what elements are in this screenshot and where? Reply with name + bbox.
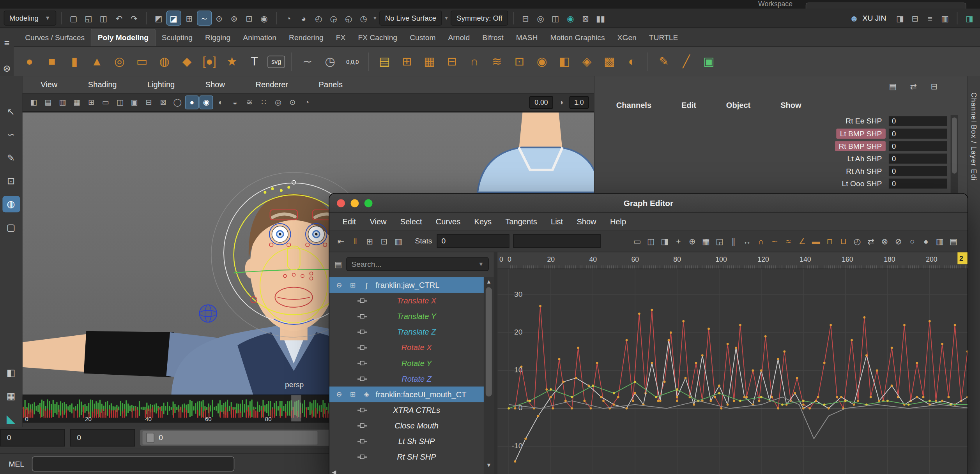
filter-icon[interactable]: ▤	[334, 259, 342, 269]
channel-menu-object[interactable]: Object	[719, 101, 757, 110]
reduce-icon[interactable]: ⊟	[442, 52, 461, 71]
exposure-field[interactable]: 0.00	[529, 96, 553, 109]
outliner-attribute-row[interactable]: XTRA CTRLs	[329, 402, 484, 418]
command-line-input[interactable]	[32, 456, 234, 471]
channel-name[interactable]: Lt Ooo SHP	[838, 179, 886, 189]
free-tangent-weight-icon[interactable]: ○	[906, 234, 919, 248]
shelf-tab-poly-modeling[interactable]: Poly Modeling	[91, 29, 156, 46]
scroll-up-icon[interactable]: ▲	[484, 278, 494, 285]
curve-canvas[interactable]: 3020100-10	[497, 268, 968, 474]
two-sided-lighting-icon[interactable]: ▦	[71, 96, 83, 109]
svg-tool-icon[interactable]: svg	[267, 55, 285, 68]
expand-icon[interactable]: ⊞	[348, 281, 357, 289]
menu-icon[interactable]: ≡	[0, 34, 16, 51]
multi-cut-icon[interactable]: ▩	[600, 52, 619, 71]
save-scene-icon[interactable]: ◫	[97, 11, 110, 25]
collapse-icon[interactable]: ⊖	[334, 390, 344, 398]
shelf-tab-fx-caching[interactable]: FX Caching	[352, 29, 403, 46]
four-pane-icon[interactable]: ▦	[2, 388, 20, 404]
channel-menu-show[interactable]: Show	[774, 101, 808, 110]
stats-value-field[interactable]	[513, 234, 601, 248]
command-line-mode[interactable]: MEL	[9, 460, 24, 468]
spline-tangent-icon[interactable]: ∼	[768, 234, 781, 248]
crease-tool-icon[interactable]: ╱	[677, 52, 695, 71]
shaded-icon[interactable]: ●	[186, 96, 198, 109]
soft-select-icon[interactable]: ◵	[341, 11, 355, 25]
sculpt-tool-icon[interactable]: ◍	[2, 196, 20, 212]
auto-tangent-icon[interactable]: ∩	[754, 234, 768, 248]
bridge-icon[interactable]: ◉	[532, 52, 551, 71]
channel-menu-edit[interactable]: Edit	[674, 101, 703, 110]
lights-icon[interactable]: ◐	[214, 96, 227, 109]
poly-torus-icon[interactable]: ◎	[110, 52, 129, 71]
step-tangent-icon[interactable]: ⊓	[823, 234, 837, 248]
retime-tool-icon[interactable]: ∥	[727, 234, 740, 248]
user-account[interactable]: ☻ XU JIN	[849, 13, 886, 23]
settings-gear-icon[interactable]: ⊛	[0, 61, 16, 77]
render-current-frame-icon[interactable]: ◎	[534, 11, 547, 25]
grid-toggle-icon[interactable]: ⊞	[85, 96, 97, 109]
viewport-menu-shading[interactable]: Shading	[81, 80, 124, 89]
outliner-attribute-row[interactable]: Rotate X	[329, 340, 484, 355]
shelf-tab-motion-graphics[interactable]: Motion Graphics	[544, 29, 611, 46]
combine-icon[interactable]: ▤	[375, 52, 394, 71]
viewport-menu-renderer[interactable]: Renderer	[249, 80, 295, 89]
wireframe-icon[interactable]: ◯	[171, 96, 184, 109]
zero-transforms-icon[interactable]: 0,0,0	[343, 52, 362, 71]
shelf-tab-turtle[interactable]: TURTLE	[643, 29, 685, 46]
outliner-attribute-row[interactable]: Translate X	[329, 293, 484, 308]
isolate-select-icon[interactable]: ⊙	[286, 96, 299, 109]
undo-icon[interactable]: ↶	[112, 11, 126, 25]
normalized-view-icon[interactable]: ◨	[658, 234, 671, 248]
viewport-menu-panels[interactable]: Panels	[312, 80, 350, 89]
channel-name[interactable]: Rt Ah SHP	[842, 166, 886, 176]
channel-value-field[interactable]: 0	[889, 153, 947, 164]
film-gate-icon[interactable]: ▭	[99, 96, 112, 109]
playback-start-field[interactable]: 0	[0, 429, 65, 446]
expand-icon[interactable]: ⊞	[348, 390, 357, 398]
hotbox-icon[interactable]: ≡	[923, 11, 937, 25]
swap-buffer-icon[interactable]: ⇄	[864, 234, 877, 248]
paint-select-tool-icon[interactable]: ✎	[2, 150, 20, 166]
range-slider-handle[interactable]: 0	[143, 431, 318, 444]
linear-tangent-icon[interactable]: ∠	[796, 234, 809, 248]
extrude-icon[interactable]: ⊡	[510, 52, 529, 71]
range-handle-grip-icon[interactable]	[146, 433, 154, 443]
select-tool-icon[interactable]: ↖	[2, 104, 20, 120]
collapse-icon[interactable]: ⊖	[334, 281, 344, 289]
shelf-tab-mash[interactable]: MASH	[510, 29, 544, 46]
gamma-field[interactable]: 1.0	[569, 96, 589, 109]
insert-key-icon[interactable]: ‖	[349, 234, 362, 248]
motion-trail-icon[interactable]: ∼	[298, 52, 317, 71]
show-manipulators-icon[interactable]: ▤	[886, 80, 900, 93]
channel-name[interactable]: Lt BMP SHP	[836, 129, 886, 139]
graph-menu-select[interactable]: Select	[393, 217, 429, 226]
dof-icon[interactable]: ◎	[272, 96, 284, 109]
close-button[interactable]	[337, 199, 345, 207]
absolute-view-icon[interactable]: ▭	[631, 234, 644, 248]
shelf-tab-custom[interactable]: Custom	[403, 29, 442, 46]
scroll-down-icon[interactable]: ▼	[484, 462, 494, 468]
input-connections-icon[interactable]: ◔	[281, 11, 295, 25]
hyperbolic-icon[interactable]: ⊟	[927, 80, 941, 93]
time-snap-icon[interactable]: ▥	[933, 234, 946, 248]
menu-set-dropdown[interactable]: Modeling ▼	[4, 11, 56, 25]
channel-value-field[interactable]: 0	[889, 166, 947, 176]
graph-menu-curves[interactable]: Curves	[429, 217, 467, 226]
select-by-hierarchy-icon[interactable]: ◩	[152, 11, 165, 25]
live-surface-dropdown[interactable]: No Live Surface	[379, 11, 442, 25]
spreadsheet-icon[interactable]: ▥	[392, 234, 405, 248]
stacked-view-icon[interactable]: ◫	[644, 234, 658, 248]
xray-icon[interactable]: ◔	[301, 96, 313, 109]
snap-to-projected-center-icon[interactable]: ⊚	[227, 11, 241, 25]
bevel-icon[interactable]: ◈	[577, 52, 596, 71]
multisample-icon[interactable]: ∷	[258, 96, 270, 109]
render-view-icon[interactable]: ⊟	[518, 11, 532, 25]
outliner-attribute-row[interactable]: Close Mouth	[329, 418, 484, 433]
scroll-left-icon[interactable]: ◀	[332, 469, 336, 474]
outliner-toggle-icon[interactable]: ⊟	[908, 11, 922, 25]
lock-tangent-weight-icon[interactable]: ●	[919, 234, 932, 248]
super-shape-icon[interactable]: [●]	[200, 52, 219, 71]
safe-title-icon[interactable]: ⊠	[157, 96, 169, 109]
shelf-tab-sculpting[interactable]: Sculpting	[156, 29, 199, 46]
